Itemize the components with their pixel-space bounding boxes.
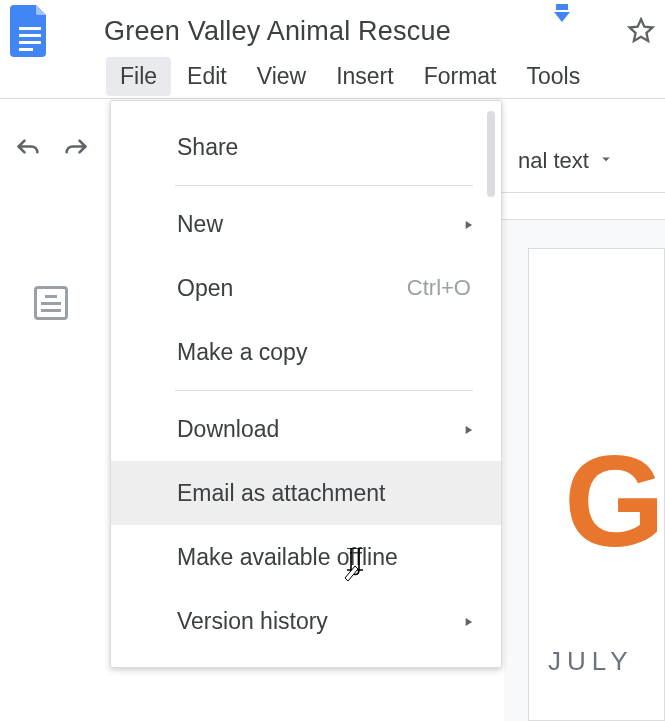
svg-rect-4 [556, 4, 568, 10]
menu-format[interactable]: Format [410, 57, 511, 96]
menu-item-make-offline[interactable]: Make available offline [111, 525, 501, 589]
menu-bar: File Edit View Insert Format Tools [0, 54, 665, 98]
toolbar [14, 136, 90, 164]
menu-separator [175, 185, 473, 186]
file-menu-dropdown: Share New Open Ctrl+O Make a copy Downlo… [110, 100, 502, 668]
paragraph-style-label: nal text [518, 148, 589, 174]
toolbar-divider [0, 98, 665, 99]
menu-item-label: New [177, 211, 223, 238]
menu-item-make-copy[interactable]: Make a copy [111, 320, 501, 384]
show-outline-button[interactable] [34, 286, 68, 320]
menu-item-label: Share [177, 134, 238, 161]
svg-rect-1 [19, 34, 41, 37]
menu-file[interactable]: File [106, 57, 171, 96]
menu-item-label: Make a copy [177, 339, 307, 366]
submenu-arrow-icon [461, 211, 475, 238]
menu-item-shortcut: Ctrl+O [407, 275, 471, 301]
menu-insert[interactable]: Insert [322, 57, 408, 96]
menu-separator [175, 390, 473, 391]
menu-item-label: Download [177, 416, 279, 443]
document-title[interactable]: Green Valley Animal Rescue [104, 16, 613, 47]
submenu-arrow-icon [461, 416, 475, 443]
menu-item-label: Email as attachment [177, 480, 385, 507]
undo-icon[interactable] [14, 136, 42, 164]
menu-item-label: Version history [177, 608, 328, 635]
menu-item-label: Make available offline [177, 544, 398, 571]
menu-item-label: Open [177, 275, 233, 302]
menu-view[interactable]: View [243, 57, 320, 96]
menu-item-share[interactable]: Share [111, 115, 501, 179]
page-subtitle-fragment: JULY [548, 646, 634, 677]
svg-rect-2 [19, 41, 41, 44]
ruler[interactable] [500, 192, 665, 220]
menu-item-new[interactable]: New [111, 192, 501, 256]
indent-marker-icon[interactable] [550, 4, 574, 30]
menu-item-open[interactable]: Open Ctrl+O [111, 256, 501, 320]
paragraph-style-selector[interactable]: nal text [518, 148, 615, 174]
star-icon[interactable] [627, 17, 655, 45]
menu-edit[interactable]: Edit [173, 57, 241, 96]
docs-app-icon[interactable] [4, 5, 56, 57]
svg-rect-3 [19, 48, 33, 51]
chevron-down-icon [597, 148, 615, 174]
menu-item-email-attachment[interactable]: Email as attachment [111, 461, 501, 525]
redo-icon[interactable] [62, 136, 90, 164]
svg-rect-0 [19, 27, 41, 30]
menu-item-download[interactable]: Download [111, 397, 501, 461]
menu-item-version-history[interactable]: Version history [111, 589, 501, 653]
menu-tools[interactable]: Tools [513, 57, 595, 96]
page-heading-fragment: G [564, 436, 665, 566]
submenu-arrow-icon [461, 608, 475, 635]
